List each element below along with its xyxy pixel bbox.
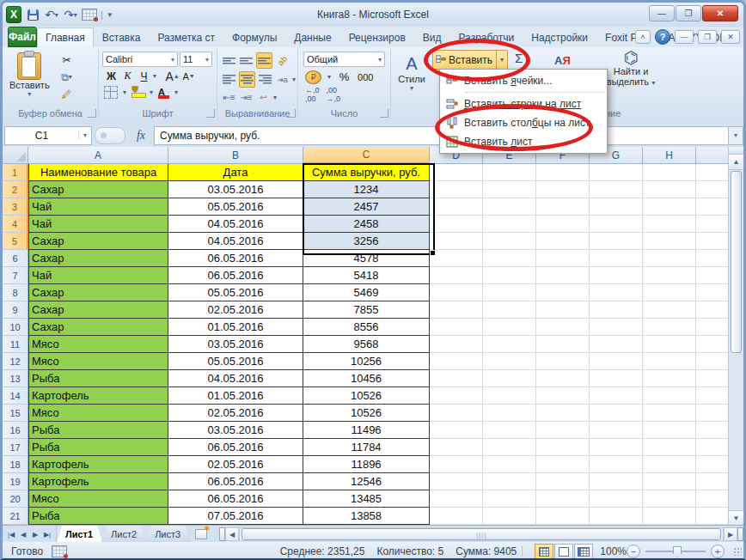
- font-family-combo[interactable]: Calibri▾: [102, 52, 178, 67]
- select-all-corner[interactable]: [3, 147, 28, 164]
- cell-F4[interactable]: [536, 216, 590, 233]
- cell-D16[interactable]: [430, 422, 483, 439]
- cell-B9[interactable]: 02.05.2016: [168, 301, 303, 319]
- cell-E6[interactable]: [483, 250, 536, 267]
- cell-D8[interactable]: [430, 284, 483, 301]
- cell-G11[interactable]: [590, 336, 643, 353]
- cell-C16[interactable]: 11496: [303, 422, 430, 439]
- menu-item-Вставить-строки-на-лист[interactable]: Вставить строки на лист: [440, 94, 607, 113]
- cell-D15[interactable]: [430, 405, 483, 422]
- ribbon-tab-Вид[interactable]: Вид: [414, 27, 450, 47]
- cell-C10[interactable]: 8556: [303, 319, 430, 336]
- cell-H19[interactable]: [643, 473, 696, 490]
- zoom-slider[interactable]: [645, 551, 706, 552]
- cell-C14[interactable]: 10526: [303, 387, 430, 405]
- cell-A15[interactable]: Мясо: [28, 405, 168, 422]
- borders-icon[interactable]: [104, 86, 118, 99]
- increase-decimal-icon[interactable]: ←,0,00: [305, 86, 320, 103]
- sheet-tab-Лист1[interactable]: Лист1: [57, 526, 102, 543]
- cell-C19[interactable]: 12546: [303, 473, 430, 490]
- cell-E17[interactable]: [483, 439, 536, 456]
- cell-H4[interactable]: [643, 216, 696, 233]
- column-header-H[interactable]: H: [643, 147, 696, 164]
- vertical-split-handle[interactable]: [729, 147, 743, 155]
- cell-B20[interactable]: 06.05.2016: [168, 490, 303, 508]
- find-select-button[interactable]: ⌬ Найти и выделить ▾: [599, 49, 663, 87]
- cell-E12[interactable]: [483, 353, 536, 370]
- cell-D17[interactable]: [430, 439, 483, 456]
- row-header-3[interactable]: 3: [3, 198, 28, 216]
- tab-file[interactable]: Файл: [8, 27, 37, 47]
- cell-G5[interactable]: [590, 233, 643, 250]
- cell-B2[interactable]: 03.05.2016: [168, 181, 303, 198]
- cell-F21[interactable]: [536, 508, 590, 525]
- cell-E4[interactable]: [483, 216, 536, 233]
- cell-A11[interactable]: Мясо: [28, 336, 168, 353]
- cell-F15[interactable]: [536, 405, 590, 422]
- row-header-14[interactable]: 14: [3, 387, 28, 405]
- cell-H9[interactable]: [643, 301, 696, 319]
- merge-center-icon[interactable]: ⇥a: [275, 72, 290, 87]
- insert-worksheet-tab[interactable]: [190, 526, 212, 543]
- align-middle-icon[interactable]: [239, 53, 254, 68]
- column-header-C[interactable]: C: [303, 147, 430, 164]
- cell-G13[interactable]: [590, 370, 643, 387]
- font-size-combo[interactable]: 11▾: [180, 52, 212, 67]
- cell-E9[interactable]: [483, 301, 536, 319]
- cell-C2[interactable]: 1234: [303, 181, 430, 198]
- cell-B15[interactable]: 02.05.2016: [168, 405, 303, 422]
- cell-A3[interactable]: Чай: [28, 198, 168, 216]
- cell-H18[interactable]: [643, 456, 696, 473]
- cell-F3[interactable]: [536, 198, 590, 216]
- cell-D4[interactable]: [430, 216, 483, 233]
- row-header-13[interactable]: 13: [3, 370, 28, 387]
- resize-grip[interactable]: [733, 547, 742, 556]
- cell-G6[interactable]: [590, 250, 643, 267]
- cell-B13[interactable]: 04.05.2016: [168, 370, 303, 387]
- decrease-indent-icon[interactable]: ⇤≡: [222, 90, 236, 105]
- cell-A17[interactable]: Рыба: [28, 439, 168, 456]
- clipboard-dialog-launcher-icon[interactable]: [88, 109, 96, 118]
- cell-H12[interactable]: [643, 353, 696, 370]
- cell-H6[interactable]: [643, 250, 696, 267]
- cell-B16[interactable]: 03.05.2016: [168, 422, 303, 439]
- cell-H2[interactable]: [643, 181, 696, 198]
- cell-F7[interactable]: [536, 267, 590, 284]
- prev-sheet-icon[interactable]: ◀: [18, 531, 28, 539]
- paste-button[interactable]: Вставить ▾: [9, 52, 50, 98]
- close-button[interactable]: ✕: [702, 5, 738, 21]
- restore-button[interactable]: ❐: [676, 5, 701, 21]
- cell-B3[interactable]: 05.05.2016: [168, 198, 303, 216]
- cell-H10[interactable]: [643, 319, 696, 336]
- cell-G10[interactable]: [590, 319, 643, 336]
- page-layout-view-button[interactable]: [554, 544, 573, 559]
- cell-F13[interactable]: [536, 370, 590, 387]
- row-header-1[interactable]: 1: [3, 164, 28, 181]
- align-left-icon[interactable]: [222, 72, 236, 87]
- insert-button[interactable]: Вставить ▾: [432, 50, 508, 70]
- cell-E20[interactable]: [483, 490, 536, 508]
- cell-A14[interactable]: Картофель: [28, 387, 168, 405]
- ribbon-tab-Главная[interactable]: Главная: [37, 27, 94, 47]
- scroll-left-icon[interactable]: ◀: [225, 527, 239, 541]
- cell-H5[interactable]: [643, 233, 696, 250]
- align-top-icon[interactable]: [222, 53, 236, 68]
- row-header-9[interactable]: 9: [3, 301, 28, 319]
- row-header-4[interactable]: 4: [3, 216, 28, 233]
- cell-A2[interactable]: Сахар: [28, 181, 168, 198]
- cell-H1[interactable]: [643, 164, 696, 181]
- align-bottom-icon[interactable]: [256, 52, 272, 69]
- cell-D1[interactable]: [430, 164, 483, 181]
- cell-B10[interactable]: 01.05.2016: [168, 319, 303, 336]
- cell-D10[interactable]: [430, 319, 483, 336]
- percent-style-icon[interactable]: %: [337, 70, 352, 84]
- tab-split-handle-right[interactable]: [737, 527, 743, 541]
- cell-F17[interactable]: [536, 439, 590, 456]
- cell-C15[interactable]: 10526: [303, 405, 430, 422]
- cell-C18[interactable]: 11896: [303, 456, 430, 473]
- row-header-21[interactable]: 21: [3, 508, 28, 525]
- cell-F18[interactable]: [536, 456, 590, 473]
- number-format-combo[interactable]: Общий▾: [303, 52, 385, 67]
- cell-E10[interactable]: [483, 319, 536, 336]
- cell-B6[interactable]: 06.05.2016: [168, 250, 303, 267]
